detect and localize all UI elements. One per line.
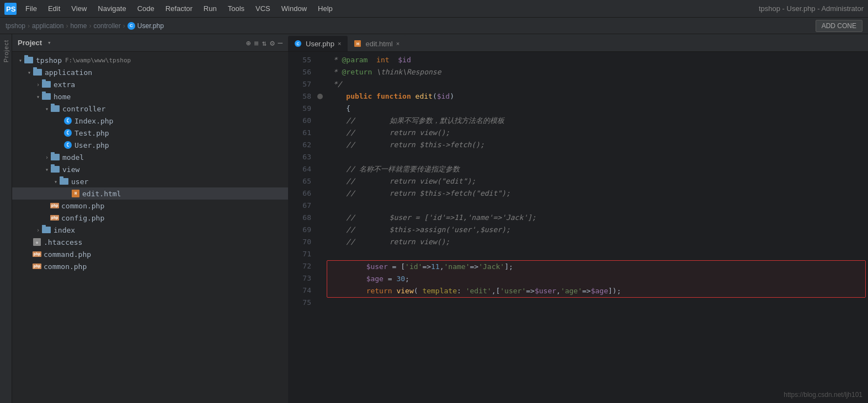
sort-icon[interactable]: ⇅ xyxy=(262,39,267,47)
ln-72: 72 xyxy=(292,260,311,272)
folder-icon-index xyxy=(42,227,51,233)
tree-item-common-php-root[interactable]: › php common.php xyxy=(12,260,288,272)
ln-64: 64 xyxy=(292,163,311,175)
tree-label-controller: controller xyxy=(62,105,105,113)
html-icon-edit: H xyxy=(72,190,79,197)
menu-window[interactable]: Window xyxy=(277,3,311,14)
ln-63: 63 xyxy=(292,151,311,163)
ln-74: 74 xyxy=(292,284,311,297)
tab-close-user-php[interactable]: × xyxy=(338,40,341,47)
menu-navigate[interactable]: Navigate xyxy=(93,3,130,14)
menu-run[interactable]: Run xyxy=(199,3,221,14)
code-line-68: // $user = ['id'=>11,'name'=>'Jack']; xyxy=(324,212,868,224)
tree-item-config-php[interactable]: › php config.php xyxy=(12,212,288,224)
ln-66: 66 xyxy=(292,187,311,200)
tree-item-view[interactable]: ▾ view xyxy=(12,163,288,175)
breadcrumb-sep-1: › xyxy=(28,22,30,30)
code-line-69: // $this->assign('user',$user); xyxy=(324,224,868,236)
gutter-65 xyxy=(316,175,324,187)
settings-icon[interactable]: ⚙ xyxy=(270,39,274,47)
tree-label-view: view xyxy=(62,165,79,174)
gutter-66 xyxy=(316,187,324,200)
menu-help[interactable]: Help xyxy=(313,3,337,14)
tree-item-application[interactable]: ▾ application xyxy=(12,66,288,78)
arrow-home: ▾ xyxy=(34,94,42,100)
gutter-71 xyxy=(316,248,324,260)
gutter-64 xyxy=(316,163,324,175)
menu-tools[interactable]: Tools xyxy=(223,3,249,14)
tree-item-common-php[interactable]: › php common.php xyxy=(12,200,288,212)
breakpoint-58[interactable] xyxy=(317,94,323,99)
folder-icon-model xyxy=(51,154,60,160)
ln-70: 70 xyxy=(292,236,311,248)
tree-item-index-php[interactable]: › C Index.php xyxy=(12,115,288,127)
tree-label-test-php: Test.php xyxy=(74,129,109,137)
folder-icon-user xyxy=(60,178,68,185)
gutter-56 xyxy=(316,66,324,78)
breadcrumb-sep-3: › xyxy=(89,22,91,30)
php-icon-common: php xyxy=(51,202,58,209)
sidebar-dropdown-arrow[interactable]: ▾ xyxy=(47,39,51,46)
main-area: Project Project ▾ ⊕ ≡ ⇅ ⚙ ─ ▾ tpshop F:\… xyxy=(0,34,868,403)
menu-file[interactable]: File xyxy=(21,3,41,14)
breadcrumb-home[interactable]: home xyxy=(70,22,87,30)
menu-refactor[interactable]: Refactor xyxy=(161,3,197,14)
tree-item-model[interactable]: › model xyxy=(12,151,288,163)
locate-icon[interactable]: ⊕ xyxy=(246,39,251,47)
breadcrumb-tpshop[interactable]: tpshop xyxy=(6,22,25,30)
breadcrumb-file[interactable]: User.php xyxy=(137,22,164,30)
tree-item-user-folder[interactable]: ▾ user xyxy=(12,175,288,187)
gutter-62 xyxy=(316,139,324,151)
ln-56: 56 xyxy=(292,66,311,78)
tree-item-index-folder[interactable]: › index xyxy=(12,224,288,236)
tree-item-user-php[interactable]: › C User.php xyxy=(12,139,288,151)
code-line-73: $age = 30; xyxy=(327,273,865,285)
code-line-65: // return view("edit"); xyxy=(324,175,868,187)
breadcrumb-application[interactable]: application xyxy=(32,22,63,30)
tree-label-user-folder: user xyxy=(71,178,88,186)
menu-edit[interactable]: Edit xyxy=(44,3,65,14)
sidebar-title: Project xyxy=(18,39,42,47)
tab-icon-edit-html: H xyxy=(354,40,361,47)
c-icon-test: C xyxy=(64,129,72,137)
code-line-67 xyxy=(324,200,868,212)
menu-view[interactable]: View xyxy=(67,3,91,14)
code-gutter xyxy=(316,52,324,403)
php-icon-config: php xyxy=(51,214,58,222)
tree-item-htaccess[interactable]: › ⚙ .htaccess xyxy=(12,236,288,248)
tree-item-edit-html[interactable]: › H edit.html xyxy=(12,187,288,200)
folder-icon-home xyxy=(42,93,51,100)
code-line-59: { xyxy=(324,103,868,115)
menu-vcs[interactable]: VCS xyxy=(251,3,275,14)
minimize-icon[interactable]: ─ xyxy=(278,39,283,47)
tab-user-php[interactable]: C User.php × xyxy=(288,36,348,51)
tree-item-tpshop[interactable]: ▾ tpshop F:\wamp\www\tpshop xyxy=(12,54,288,66)
folder-icon-extra xyxy=(42,81,51,88)
tab-icon-user-php: C xyxy=(295,40,301,47)
watermark: https://blog.csdn.net/ljh101 xyxy=(784,391,862,399)
tree-item-test-php[interactable]: › C Test.php xyxy=(12,127,288,139)
tree-item-command-php[interactable]: › php command.php xyxy=(12,248,288,260)
sidebar-tree: ▾ tpshop F:\wamp\www\tpshop ▾ applicatio… xyxy=(12,52,288,403)
php-icon-command: php xyxy=(33,250,41,258)
tab-close-edit-html[interactable]: × xyxy=(396,40,400,47)
code-content[interactable]: * @param int $id * @return \think\Respon… xyxy=(324,52,868,403)
ln-55: 55 xyxy=(292,54,311,66)
code-line-56: * @return \think\Response xyxy=(324,66,868,78)
menu-code[interactable]: Code xyxy=(133,3,159,14)
gutter-60 xyxy=(316,115,324,127)
collapse-all-icon[interactable]: ≡ xyxy=(254,39,258,47)
tab-edit-html[interactable]: H edit.html × xyxy=(348,36,406,51)
highlighted-block: $user = ['id'=>11,'name'=>'Jack']; $age … xyxy=(327,260,866,298)
tree-path-tpshop: F:\wamp\www\tpshop xyxy=(65,57,131,64)
code-line-60: // 如果不写参数，默认找方法名的模板 xyxy=(324,115,868,127)
ln-60: 60 xyxy=(292,115,311,127)
tree-item-home[interactable]: ▾ home xyxy=(12,90,288,103)
breadcrumb-controller[interactable]: controller xyxy=(93,22,120,30)
code-line-63 xyxy=(324,151,868,163)
tree-label-application: application xyxy=(45,68,92,77)
add-cone-button[interactable]: ADD CONE xyxy=(816,20,862,32)
tree-item-controller[interactable]: ▾ controller xyxy=(12,103,288,115)
c-icon-user: C xyxy=(64,141,72,149)
tree-item-extra[interactable]: › extra xyxy=(12,78,288,90)
